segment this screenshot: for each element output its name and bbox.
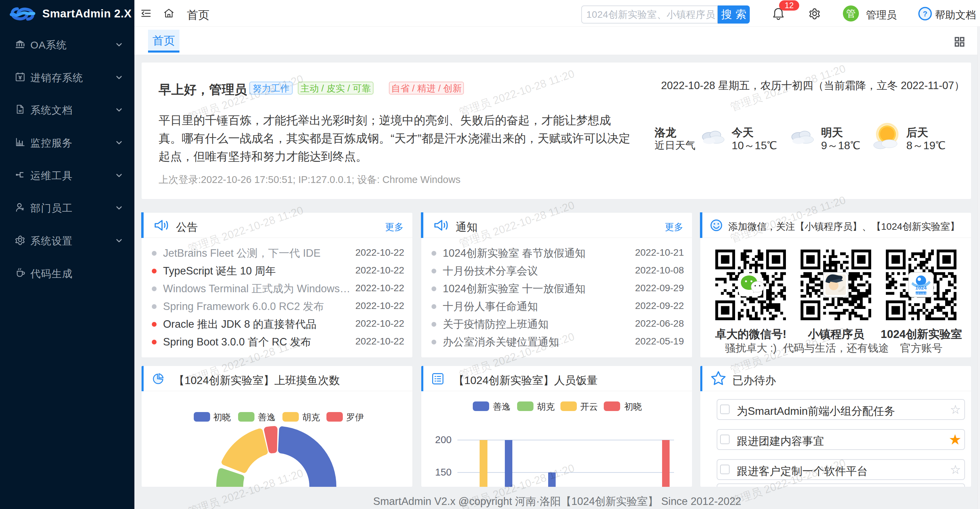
svg-text:创新实验室: 创新实验室 <box>915 292 927 295</box>
svg-text:w: w <box>18 108 22 113</box>
svg-text:?: ? <box>923 10 927 18</box>
svg-text:1024: 1024 <box>915 285 927 290</box>
